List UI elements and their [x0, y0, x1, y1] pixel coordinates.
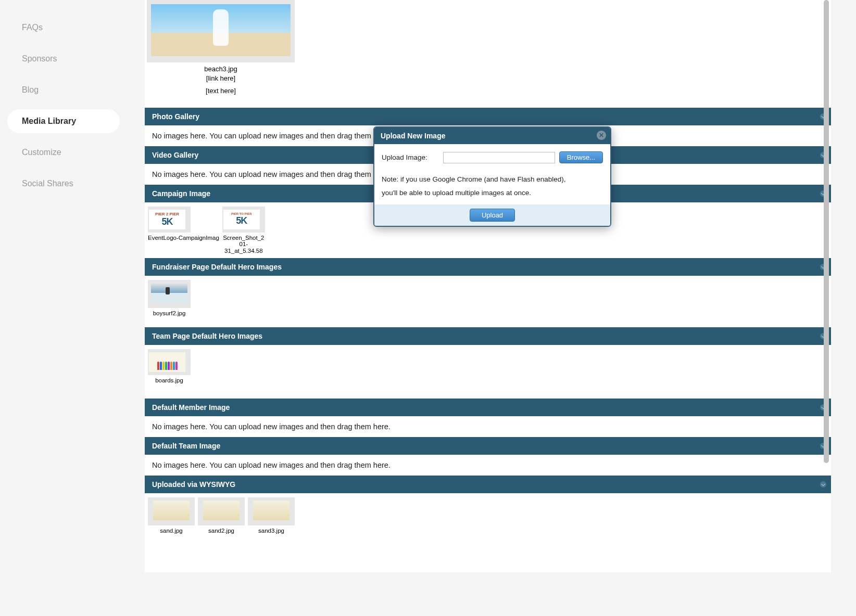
section-title: Video Gallery [152, 151, 198, 159]
modal-footer: Upload [374, 204, 610, 226]
sidebar-item-blog[interactable]: Blog [0, 78, 120, 102]
section-title: Default Team Image [152, 442, 220, 450]
modal-title: Upload New Image [381, 132, 445, 140]
fundraiser-hero-row: boysurf2.jpg [145, 276, 831, 321]
section-default-member[interactable]: Default Member Image [145, 399, 831, 416]
section-default-team[interactable]: Default Team Image [145, 437, 831, 455]
modal-note-line1: Note: if you use Google Chrome (and have… [382, 173, 603, 186]
modal-note-line2: you'll be able to upload multiple images… [382, 186, 603, 200]
banner-text-placeholder: [text here] [147, 86, 295, 96]
thumb-label: boards.jpg [148, 377, 191, 384]
sidebar-item-label: Social Shares [22, 179, 73, 188]
fundraiser-thumb-item[interactable]: boysurf2.jpg [148, 280, 191, 317]
close-icon[interactable]: ✕ [597, 131, 606, 140]
team-thumb-item[interactable]: boards.jpg [148, 349, 191, 384]
section-title: Fundraiser Page Default Hero Images [152, 263, 282, 271]
upload-form-row: Upload Image: Browse... [382, 151, 603, 163]
thumb-label: sand.jpg [148, 528, 195, 534]
section-photo-gallery[interactable]: Photo Gallery [145, 108, 831, 125]
upload-image-modal: Upload New Image ✕ Upload Image: Browse.… [373, 126, 611, 227]
section-title: Photo Gallery [152, 112, 199, 121]
section-wysiwyg[interactable]: Uploaded via WYSIWYG [145, 476, 831, 493]
logo-thumbnail: PIER 2 PIER5K [149, 210, 185, 229]
thumb-label: sand2.jpg [198, 528, 245, 534]
campaign-thumb-item[interactable]: PIER 2 PIER5K EventLogo-CampaignImag [148, 207, 219, 254]
wysiwyg-row: sand.jpg sand2.jpg sand3.jpg [145, 493, 831, 538]
sand-thumbnail [153, 500, 190, 520]
thumb-label: sand3.jpg [248, 528, 295, 534]
banner-image-card[interactable] [147, 0, 295, 62]
modal-note: Note: if you use Google Chrome (and have… [382, 173, 603, 199]
logo-thumbnail: PIER TO PIER5K [223, 210, 260, 229]
banner-filename: beach3.jpg [147, 65, 295, 74]
sidebar-item-customize[interactable]: Customize [0, 140, 120, 164]
section-title: Team Page Default Hero Images [152, 332, 262, 340]
sidebar-item-label: Sponsors [22, 54, 57, 63]
sidebar: FAQs Sponsors Blog Media Library Customi… [0, 0, 120, 616]
sidebar-item-sponsors[interactable]: Sponsors [0, 47, 120, 71]
modal-body: Upload Image: Browse... Note: if you use… [374, 144, 610, 204]
upload-image-input[interactable] [443, 152, 555, 163]
boards-thumbnail [149, 352, 185, 372]
wysiwyg-thumb-item[interactable]: sand.jpg [148, 497, 195, 534]
section-team-hero[interactable]: Team Page Default Hero Images [145, 327, 831, 345]
sidebar-item-faqs[interactable]: FAQs [0, 16, 120, 40]
campaign-thumb-item[interactable]: PIER TO PIER5K Screen_Shot_2 01- 31_at_5… [222, 207, 265, 254]
thumb-label: EventLogo-CampaignImag [148, 235, 219, 241]
modal-title-bar: Upload New Image ✕ [374, 127, 610, 144]
section-fundraiser-hero[interactable]: Fundraiser Page Default Hero Images [145, 258, 831, 276]
banner-image [151, 4, 291, 56]
boysurf-thumbnail [151, 283, 187, 303]
banner-meta: beach3.jpg [link here] [text here] [147, 62, 295, 97]
thumb-label: boysurf2.jpg [148, 310, 191, 317]
sand-thumbnail [253, 500, 289, 520]
default-member-empty: No images here. You can upload new image… [145, 416, 831, 437]
thumb-label: Screen_Shot_2 01- 31_at_5.34.58 [222, 235, 265, 254]
sidebar-item-label: FAQs [22, 23, 43, 32]
upload-button[interactable]: Upload [470, 209, 515, 222]
upload-image-label: Upload Image: [382, 153, 439, 161]
section-title: Campaign Image [152, 189, 210, 198]
banner-link-placeholder: [link here] [147, 74, 295, 83]
scrollbar-thumb[interactable] [824, 0, 829, 463]
sidebar-item-social-shares[interactable]: Social Shares [0, 172, 120, 196]
wysiwyg-thumb-item[interactable]: sand2.jpg [198, 497, 245, 534]
team-hero-row: boards.jpg [145, 345, 831, 388]
sand-thumbnail [203, 500, 240, 520]
sidebar-item-label: Media Library [22, 117, 76, 125]
sidebar-item-label: Customize [22, 148, 61, 157]
default-team-empty: No images here. You can upload new image… [145, 455, 831, 476]
section-title: Default Member Image [152, 403, 230, 412]
browse-button[interactable]: Browse... [559, 151, 603, 163]
wysiwyg-thumb-item[interactable]: sand3.jpg [248, 497, 295, 534]
scrollbar[interactable] [823, 0, 830, 572]
section-title: Uploaded via WYSIWYG [152, 480, 235, 489]
main-content: beach3.jpg [link here] [text here] Photo… [145, 0, 831, 572]
sidebar-item-media-library[interactable]: Media Library [7, 109, 120, 133]
sidebar-item-label: Blog [22, 85, 39, 94]
